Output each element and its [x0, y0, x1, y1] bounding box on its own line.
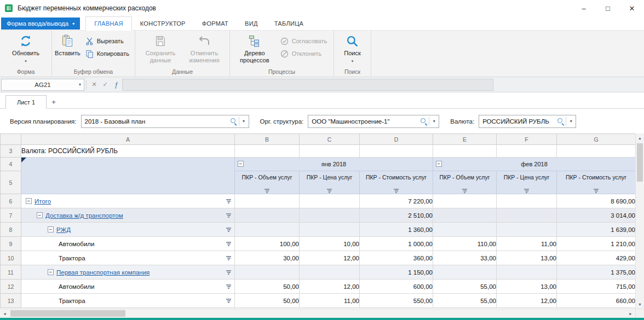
row-header-9[interactable]: 9 [1, 237, 21, 251]
search-button[interactable]: Поиск ▾ [344, 32, 360, 65]
org-filter-combo[interactable]: ООО "Машиностроение-1" ▾ [308, 115, 439, 128]
cell-F6[interactable] [497, 194, 557, 208]
cell-B12[interactable]: 50,00 [235, 280, 300, 294]
row-filter-icon[interactable] [226, 284, 231, 289]
row-filter-icon[interactable] [226, 270, 231, 275]
cut-button[interactable]: Вырезать [83, 36, 127, 46]
measure-header-1[interactable]: ПКР - Объем услуг [235, 171, 300, 194]
cell-G3[interactable] [557, 145, 636, 158]
row-header-13[interactable]: 13 [1, 294, 21, 308]
cell-D11[interactable]: 1 150,00 [360, 265, 433, 280]
row-filter-icon[interactable] [226, 228, 231, 232]
cell-G9[interactable]: 1 210,00 [557, 237, 636, 251]
cell-F11[interactable] [497, 265, 557, 280]
row-header-10[interactable]: 10 [1, 251, 21, 265]
cell-B9[interactable]: 100,00 [235, 237, 300, 251]
cell-E12[interactable]: 55,00 [433, 280, 497, 294]
cell-C9[interactable]: 10,00 [300, 237, 360, 251]
collapse-row-icon[interactable]: − [37, 212, 43, 218]
tab-table[interactable]: ТАБЛИЦА [266, 16, 312, 30]
scroll-down-button[interactable]: ▼ [636, 300, 644, 309]
cell-G7[interactable]: 3 014,00 [557, 208, 636, 223]
cell-E8[interactable] [433, 223, 497, 237]
row-label[interactable]: Доставка ж/д транспортом [45, 212, 123, 219]
cell-F9[interactable]: 11,00 [497, 237, 557, 251]
close-button[interactable]: ✕ [620, 0, 644, 16]
column-header-C[interactable]: C [300, 134, 360, 145]
cell-B8[interactable] [235, 223, 300, 237]
paste-button[interactable]: Вставить [55, 32, 81, 57]
cell-B11[interactable] [235, 265, 300, 280]
vertical-scroll-track[interactable] [636, 142, 644, 300]
cell-A6[interactable]: −Итого [21, 194, 235, 208]
insert-function-icon[interactable]: ƒ [111, 79, 121, 90]
org-dropdown-icon[interactable]: ▾ [429, 119, 439, 124]
row-header-3[interactable]: 3 [1, 145, 21, 158]
cell-A12[interactable]: Автомобили [21, 280, 235, 294]
cell-A3[interactable]: Валюта: РОССИЙСКИЙ РУБЛЬ [21, 145, 235, 158]
version-dropdown-icon[interactable]: ▾ [239, 119, 249, 124]
measure-filter-icon[interactable] [594, 189, 599, 193]
cell-E11[interactable] [433, 265, 497, 280]
row-header-4[interactable]: 4 [1, 158, 21, 171]
cell-G13[interactable]: 660,00 [557, 294, 636, 308]
collapse-month-icon[interactable]: − [238, 161, 244, 167]
row-label[interactable]: Первая транспортная компания [56, 269, 150, 276]
cell-A9[interactable]: Автомобили [21, 237, 235, 251]
row-filter-icon[interactable] [226, 213, 231, 218]
column-header-A[interactable]: A [21, 134, 235, 145]
horizontal-scrollbar[interactable]: ◄ ► [0, 309, 644, 318]
cell-C10[interactable]: 12,00 [300, 251, 360, 265]
row-label[interactable]: РЖД [56, 226, 71, 233]
cell-A8[interactable]: −РЖД [21, 223, 235, 237]
measure-header-2[interactable]: ПКР - Цена услуг [300, 171, 360, 194]
cell-D8[interactable]: 1 360,00 [360, 223, 433, 237]
horizontal-scroll-track[interactable] [9, 309, 626, 318]
copy-button[interactable]: Копировать [83, 48, 132, 59]
version-search-icon[interactable] [230, 118, 237, 125]
cell-E7[interactable] [433, 208, 497, 223]
month-group-header-2[interactable]: −фев 2018 [433, 158, 636, 171]
maximize-button[interactable]: □ [596, 0, 620, 16]
row-filter-icon[interactable] [226, 199, 231, 203]
org-search-icon[interactable] [420, 118, 427, 125]
cell-name-box[interactable]: AG21 ▾ [1, 79, 84, 91]
cell-F12[interactable]: 13,00 [497, 280, 557, 294]
cell-G12[interactable]: 715,00 [557, 280, 636, 294]
column-header-F[interactable]: F [497, 134, 557, 145]
cell-F3[interactable] [497, 145, 557, 158]
cell-E10[interactable]: 33,00 [433, 251, 497, 265]
tab-designer[interactable]: КОНСТРУКТОР [132, 16, 194, 30]
measure-filter-icon[interactable] [327, 189, 332, 193]
collapse-row-icon[interactable]: − [48, 226, 54, 232]
add-sheet-button[interactable]: + [47, 95, 61, 109]
row-filter-icon[interactable] [226, 256, 231, 260]
cell-G11[interactable]: 1 375,00 [557, 265, 636, 280]
cell-D10[interactable]: 360,00 [360, 251, 433, 265]
column-header-D[interactable]: D [360, 134, 433, 145]
measure-filter-icon[interactable] [524, 189, 529, 193]
measure-filter-icon[interactable] [264, 189, 269, 193]
cell-D3[interactable] [360, 145, 433, 158]
row-header-11[interactable]: 11 [1, 265, 21, 280]
cell-A11[interactable]: −Первая транспортная компания [21, 265, 235, 280]
scroll-up-button[interactable]: ▲ [636, 133, 644, 142]
refresh-button[interactable]: Обновить ▾ [12, 32, 39, 65]
cancel-entry-icon[interactable]: ✕ [89, 79, 99, 90]
currency-search-icon[interactable] [557, 118, 564, 125]
form-io-menu-button[interactable]: Форма ввода/вывода ▾ [1, 18, 80, 30]
row-header-12[interactable]: 12 [1, 280, 21, 294]
cell-B6[interactable] [235, 194, 300, 208]
cell-D12[interactable]: 600,00 [360, 280, 433, 294]
cell-C13[interactable]: 11,00 [300, 294, 360, 308]
cell-F10[interactable]: 13,00 [497, 251, 557, 265]
column-header-E[interactable]: E [433, 134, 497, 145]
row-header-7[interactable]: 7 [1, 208, 21, 223]
cell-E6[interactable] [433, 194, 497, 208]
sheet-tab-list1[interactable]: Лист 1 [5, 95, 47, 109]
row-header-5[interactable]: 5 [1, 171, 21, 194]
collapse-row-icon[interactable]: − [48, 269, 54, 275]
select-all-corner[interactable] [1, 134, 21, 145]
month-group-header-1[interactable]: −янв 2018 [235, 158, 433, 171]
cell-G6[interactable]: 8 690,00 [557, 194, 636, 208]
